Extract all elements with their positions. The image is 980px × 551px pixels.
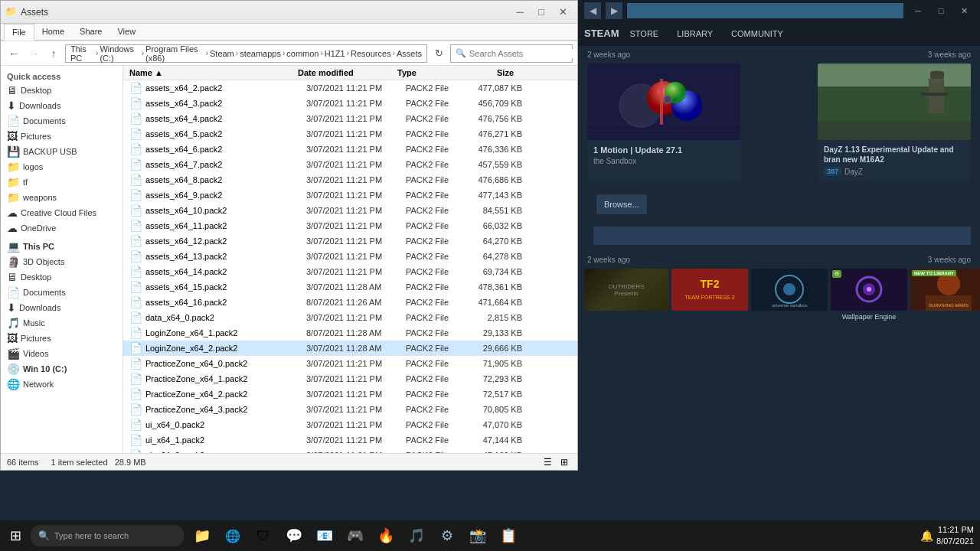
search-box[interactable]: 🔍: [450, 44, 573, 63]
col-date-header[interactable]: Date modified: [298, 68, 397, 77]
col-name-header[interactable]: Name ▲: [129, 68, 298, 77]
steam-link-library[interactable]: LIBRARY: [672, 26, 717, 41]
table-row[interactable]: 📄 LoginZone_x64_1.pack2 8/07/2021 11:28 …: [123, 325, 577, 341]
table-row[interactable]: 📄 data_x64_0.pack2 3/07/2021 11:21 PM PA…: [123, 310, 577, 325]
table-row[interactable]: 📄 assets_x64_3.pack2 3/07/2021 11:21 PM …: [123, 96, 577, 111]
start-button[interactable]: ⊞: [0, 520, 31, 551]
taskbar-app-music[interactable]: 🎵: [401, 520, 432, 551]
taskbar-app-chrome[interactable]: 🌐: [217, 520, 248, 551]
activity-card-1[interactable]: 1 Motion | Update 27.1 the Sandbox: [587, 64, 740, 181]
steam-forward-button[interactable]: ▶: [606, 2, 622, 19]
taskbar-app-extra1[interactable]: 📸: [462, 520, 493, 551]
maximize-button[interactable]: □: [531, 4, 551, 21]
address-path[interactable]: This PC › Windows (C:) › Program Files (…: [65, 44, 427, 63]
sidebar-item-pictures[interactable]: 🖼Pictures: [1, 129, 122, 144]
table-row[interactable]: 📄 ui_x64_2.pack2 3/07/2021 11:21 PM PACK…: [123, 448, 577, 453]
table-row[interactable]: 📄 assets_x64_11.pack2 3/07/2021 11:21 PM…: [123, 218, 577, 233]
search-input[interactable]: [469, 49, 575, 58]
browse-button[interactable]: Browse...: [596, 194, 647, 214]
steam-close-button[interactable]: ✕: [954, 2, 974, 19]
sidebar-item-tf[interactable]: 📁tf: [1, 174, 122, 190]
sidebar-item-creative-cloud[interactable]: ☁Creative Cloud Files: [1, 205, 122, 220]
activity-card-2[interactable]: DayZ 1.13 Experimental Update and bran n…: [818, 64, 971, 181]
table-row[interactable]: 📄 assets_x64_8.pack2 3/07/2021 11:21 PM …: [123, 172, 577, 187]
file-date-cell: 3/07/2021 11:28 AM: [306, 282, 406, 292]
forward-button[interactable]: →: [25, 45, 42, 62]
sidebar-item-pictures2[interactable]: 🖼Pictures: [1, 331, 122, 346]
steam-back-button[interactable]: ◀: [584, 2, 601, 19]
refresh-button[interactable]: ↻: [430, 45, 447, 62]
sidebar-item-videos[interactable]: 🎬Videos: [1, 346, 122, 361]
table-row[interactable]: 📄 assets_x64_12.pack2 3/07/2021 11:21 PM…: [123, 233, 577, 249]
sidebar-item-weapons[interactable]: 📁weapons: [1, 190, 122, 205]
game-card-outriders[interactable]: OUTRIDERSPresents: [584, 269, 668, 321]
grid-view-button[interactable]: ⊞: [557, 455, 571, 469]
table-row[interactable]: 📄 assets_x64_9.pack2 3/07/2021 11:21 PM …: [123, 187, 577, 203]
game-card-tf2[interactable]: TF2 TEAM FORTRESS 2: [671, 269, 748, 321]
table-row[interactable]: 📄 assets_x64_15.pack2 3/07/2021 11:28 AM…: [123, 279, 577, 295]
table-row[interactable]: 📄 ui_x64_1.pack2 3/07/2021 11:21 PM PACK…: [123, 432, 577, 448]
table-row[interactable]: 📄 assets_x64_6.pack2 3/07/2021 11:21 PM …: [123, 142, 577, 157]
table-row[interactable]: 📄 PracticeZone_x64_2.pack2 3/07/2021 11:…: [123, 386, 577, 402]
sidebar-item-thispc[interactable]: 💻This PC: [1, 239, 122, 254]
ribbon-tab-view[interactable]: View: [109, 24, 143, 40]
sidebar-item-documents[interactable]: 📄Documents: [1, 113, 122, 129]
ribbon-tab-home[interactable]: Home: [34, 24, 72, 40]
table-row[interactable]: 📄 PracticeZone_x64_0.pack2 3/07/2021 11:…: [123, 356, 577, 371]
taskbar-app-shield[interactable]: 🛡: [248, 520, 279, 551]
game-card-universe[interactable]: universe sandbox: [751, 269, 828, 321]
sidebar-item-logos[interactable]: 📁logos: [1, 159, 122, 174]
taskbar-search[interactable]: 🔍 Type here to search: [31, 525, 184, 546]
taskbar-app-game[interactable]: 🎮: [340, 520, 371, 551]
table-row[interactable]: 📄 LoginZone_x64_2.pack2 3/07/2021 11:28 …: [123, 341, 577, 356]
steam-url-input[interactable]: [627, 3, 903, 18]
table-row[interactable]: 📄 assets_x64_5.pack2 3/07/2021 11:21 PM …: [123, 126, 577, 142]
table-row[interactable]: 📄 assets_x64_14.pack2 3/07/2021 11:21 PM…: [123, 264, 577, 279]
table-row[interactable]: 📄 PracticeZone_x64_1.pack2 3/07/2021 11:…: [123, 371, 577, 386]
game-card-surviving-mars[interactable]: SURVIVING MARS NEW TO LIBRARY: [910, 269, 980, 321]
steam-input-field2[interactable]: [593, 227, 971, 245]
sidebar-item-downloads2[interactable]: ⬇Downloads: [1, 300, 122, 315]
steam-link-community[interactable]: COMMUNITY: [727, 26, 788, 41]
minimize-button[interactable]: ─: [510, 4, 530, 21]
taskbar-app-explorer[interactable]: 📁: [187, 520, 217, 551]
logos-folder-icon: 📁: [7, 161, 20, 173]
table-row[interactable]: 📄 PracticeZone_x64_3.pack2 3/07/2021 11:…: [123, 402, 577, 417]
up-button[interactable]: ↑: [45, 45, 62, 62]
sidebar-item-c-drive[interactable]: 💿Win 10 (C:): [1, 361, 122, 377]
file-name-cell: assets_x64_4.pack2: [145, 114, 306, 123]
table-row[interactable]: 📄 assets_x64_4.pack2 3/07/2021 11:21 PM …: [123, 111, 577, 126]
sidebar-item-onedrive[interactable]: ☁OneDrive: [1, 220, 122, 236]
table-row[interactable]: 📄 ui_x64_0.pack2 3/07/2021 11:21 PM PACK…: [123, 417, 577, 432]
table-row[interactable]: 📄 assets_x64_10.pack2 3/07/2021 11:21 PM…: [123, 203, 577, 218]
steam-maximize-button[interactable]: □: [931, 2, 951, 19]
sidebar-item-3dobjects[interactable]: 🗿3D Objects: [1, 254, 122, 269]
steam-link-store[interactable]: STORE: [626, 26, 664, 41]
sidebar-item-desktop2[interactable]: 🖥Desktop: [1, 269, 122, 285]
sidebar-item-documents2[interactable]: 📄Documents: [1, 285, 122, 300]
sidebar-item-backup[interactable]: 💾BACKUP USB: [1, 144, 122, 159]
table-row[interactable]: 📄 assets_x64_7.pack2 3/07/2021 11:21 PM …: [123, 157, 577, 172]
sidebar-item-downloads[interactable]: ⬇Downloads: [1, 98, 122, 113]
table-row[interactable]: 📄 assets_x64_16.pack2 8/07/2021 11:26 AM…: [123, 295, 577, 310]
wallpaper-engine-badge: ⚙: [832, 270, 841, 278]
ribbon-tab-share[interactable]: Share: [72, 24, 109, 40]
close-button[interactable]: ✕: [553, 4, 573, 21]
col-size-header[interactable]: Size: [459, 68, 520, 77]
sidebar-item-network[interactable]: 🌐Network: [1, 377, 122, 392]
sidebar-item-music[interactable]: 🎵Music: [1, 315, 122, 331]
taskbar-app-extra2[interactable]: 📋: [493, 520, 524, 551]
col-type-header[interactable]: Type: [397, 68, 459, 77]
taskbar-app-discord[interactable]: 💬: [279, 520, 309, 551]
steam-minimize-button[interactable]: ─: [908, 2, 928, 19]
taskbar-app-steam[interactable]: ⚙: [432, 520, 462, 551]
taskbar-app-mail[interactable]: 📧: [309, 520, 340, 551]
details-view-button[interactable]: ☰: [541, 455, 554, 469]
game-card-wallpaper-engine[interactable]: ⚙ Wallpaper Engine: [831, 269, 907, 321]
table-row[interactable]: 📄 assets_x64_2.pack2 3/07/2021 11:21 PM …: [123, 80, 577, 96]
ribbon-tab-file[interactable]: File: [4, 24, 34, 41]
sidebar-item-desktop[interactable]: 🖥Desktop: [1, 83, 122, 98]
taskbar-app-fire[interactable]: 🔥: [371, 520, 401, 551]
back-button[interactable]: ←: [5, 45, 22, 62]
table-row[interactable]: 📄 assets_x64_13.pack2 3/07/2021 11:21 PM…: [123, 249, 577, 264]
